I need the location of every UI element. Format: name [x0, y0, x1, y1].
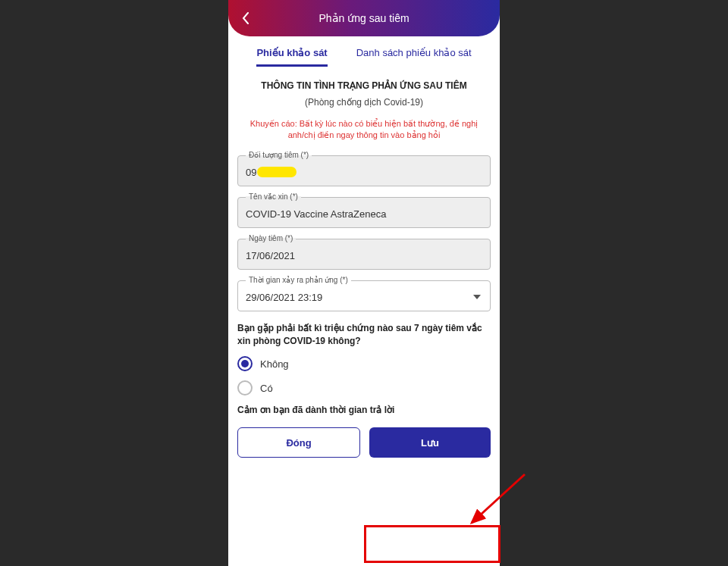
thanks-text: Cảm ơn bạn đã dành thời gian trả lời — [237, 405, 491, 415]
header-title: Phản ứng sau tiêm — [318, 12, 409, 24]
option-no-label: Không — [260, 358, 289, 370]
radio-icon-selected — [237, 356, 253, 371]
date-field[interactable]: Ngày tiêm (*) 17/06/2021 — [237, 239, 491, 270]
date-value: 17/06/2021 — [246, 250, 482, 261]
option-yes[interactable]: Có — [237, 380, 491, 396]
reaction-time-label: Thời gian xảy ra phản ứng (*) — [246, 276, 351, 284]
radio-icon-unselected — [237, 380, 253, 396]
form-content: THÔNG TIN TÌNH TRẠNG PHẢN ỨNG SAU TIÊM (… — [228, 67, 500, 566]
tab-survey-list[interactable]: Danh sách phiếu khảo sát — [356, 47, 472, 67]
symptom-question: Bạn gặp phải bất kì triệu chứng nào sau … — [237, 322, 491, 348]
tab-survey[interactable]: Phiếu khảo sát — [256, 47, 327, 67]
vaccine-label: Tên vắc xin (*) — [246, 192, 301, 201]
vaccine-value: COVID-19 Vaccine AstraZeneca — [246, 208, 482, 220]
subject-label: Đối tượng tiêm (*) — [246, 151, 312, 159]
tab-bar: Phiếu khảo sát Danh sách phiếu khảo sát — [228, 36, 500, 67]
button-row: Đóng Lưu — [237, 427, 491, 465]
date-label: Ngày tiêm (*) — [246, 234, 296, 242]
subject-field[interactable]: Đối tượng tiêm (*) 09 — [237, 155, 491, 186]
save-button[interactable]: Lưu — [369, 427, 491, 458]
app-screen: Phản ứng sau tiêm Phiếu khảo sát Danh sá… — [228, 0, 500, 566]
option-no[interactable]: Không — [237, 356, 491, 371]
section-title: THÔNG TIN TÌNH TRẠNG PHẢN ỨNG SAU TIÊM — [237, 80, 491, 91]
option-yes-label: Có — [260, 383, 273, 394]
chevron-left-icon — [242, 12, 249, 24]
redacted-mark — [257, 167, 297, 177]
app-header: Phản ứng sau tiêm — [228, 0, 500, 36]
vaccine-field[interactable]: Tên vắc xin (*) COVID-19 Vaccine AstraZe… — [237, 197, 491, 228]
subject-value: 09 — [246, 167, 482, 178]
reaction-time-field[interactable]: Thời gian xảy ra phản ứng (*) 29/06/2021… — [237, 280, 491, 311]
close-button[interactable]: Đóng — [237, 427, 360, 458]
dropdown-icon — [473, 289, 481, 302]
reaction-time-value: 29/06/2021 23:19 — [246, 292, 482, 303]
section-subtitle: (Phòng chống dịch Covid-19) — [237, 97, 491, 108]
warning-text: Khuyến cáo: Bất kỳ lúc nào có biểu hiện … — [237, 118, 491, 142]
back-button[interactable] — [239, 11, 253, 25]
